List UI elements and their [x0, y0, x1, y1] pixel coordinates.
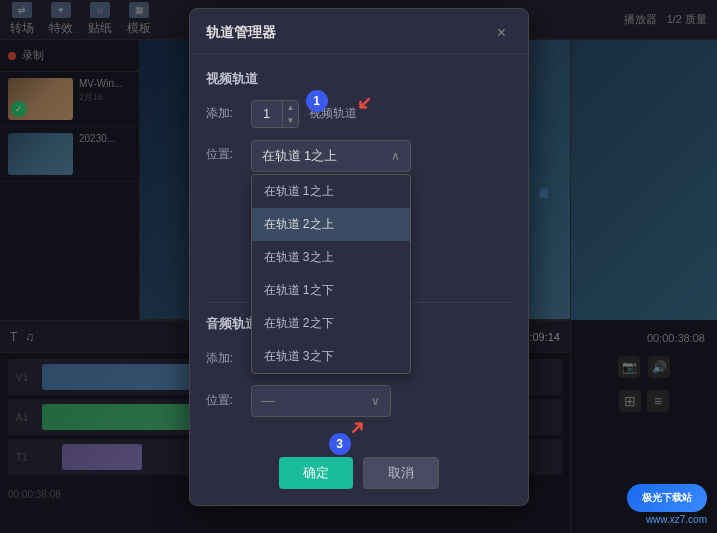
watermark-logo: 极光下载站	[627, 484, 707, 512]
dropdown-item-5[interactable]: 在轨道 3之下	[252, 340, 410, 373]
video-count-value: 1	[252, 106, 282, 121]
position-selected-value: 在轨道 1之上	[262, 147, 338, 165]
modal-footer: 3 ➜ 确定 取消	[190, 445, 528, 505]
audio-dropdown-chevron-icon: ∨	[371, 394, 380, 408]
step-badge-1: 1	[306, 90, 328, 112]
dropdown-chevron-icon: ∧	[391, 149, 400, 163]
watermark: 极光下载站 www.xz7.com	[627, 484, 707, 525]
track-manager-modal: 轨道管理器 × 视频轨道 1 ➜ 添加: 1 ▲ ▼	[189, 8, 529, 506]
audio-position-dropdown[interactable]: — ∨	[251, 385, 391, 417]
dropdown-item-1[interactable]: 在轨道 2之上 2 ➜	[252, 208, 410, 241]
step-badge-3-container: 3	[329, 433, 351, 455]
modal-body: 视频轨道 1 ➜ 添加: 1 ▲ ▼ 视频轨道 位置:	[190, 54, 528, 445]
audio-position-row: 位置: — ∨	[206, 385, 512, 417]
dropdown-item-1-label: 在轨道 2之上	[264, 217, 334, 231]
dropdown-item-2[interactable]: 在轨道 3之上	[252, 241, 410, 274]
video-position-dropdown[interactable]: 在轨道 1之上 ∧	[251, 140, 411, 172]
dropdown-item-3[interactable]: 在轨道 1之下	[252, 274, 410, 307]
dropdown-item-0[interactable]: 在轨道 1之上	[252, 175, 410, 208]
cancel-button[interactable]: 取消	[363, 457, 439, 489]
video-position-label: 位置:	[206, 146, 241, 163]
modal-header: 轨道管理器 ×	[190, 9, 528, 54]
number-down-arrow[interactable]: ▼	[283, 114, 299, 127]
dropdown-item-4[interactable]: 在轨道 2之下	[252, 307, 410, 340]
modal-close-button[interactable]: ×	[492, 23, 512, 43]
watermark-url: www.xz7.com	[646, 514, 707, 525]
audio-position-label: 位置:	[206, 392, 241, 409]
position-dropdown-menu: 在轨道 1之上 在轨道 2之上 2 ➜ 在轨道 3之上 在轨道 1之下 在轨道 …	[251, 174, 411, 374]
video-add-row: 1 ➜ 添加: 1 ▲ ▼ 视频轨道	[206, 100, 512, 128]
confirm-button[interactable]: 确定	[279, 457, 353, 489]
step-badge-3: 3	[329, 433, 351, 455]
number-up-arrow[interactable]: ▲	[283, 101, 299, 114]
audio-add-label: 添加:	[206, 350, 241, 367]
number-arrows: ▲ ▼	[282, 101, 299, 127]
video-position-row: 位置: 在轨道 1之上 ∧ 在轨道 1之上 在轨道 2之上 2	[206, 140, 512, 172]
video-track-section-label: 视频轨道	[206, 70, 512, 88]
modal-title: 轨道管理器	[206, 24, 276, 42]
video-add-label: 添加:	[206, 105, 241, 122]
audio-position-value: —	[262, 393, 275, 408]
video-count-input[interactable]: 1 ▲ ▼	[251, 100, 300, 128]
modal-overlay: 轨道管理器 × 视频轨道 1 ➜ 添加: 1 ▲ ▼	[0, 0, 717, 533]
dropdown-container: 在轨道 1之上 ∧ 在轨道 1之上 在轨道 2之上 2 ➜ 在轨道	[251, 140, 411, 172]
